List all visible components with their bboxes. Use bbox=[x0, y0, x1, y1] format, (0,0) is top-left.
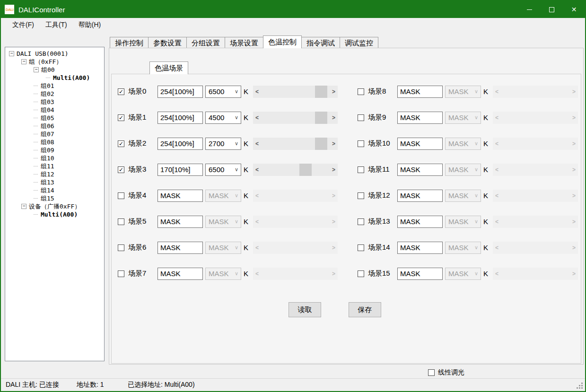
tree-item-4[interactable]: 组01 bbox=[5, 82, 104, 90]
slider-thumb[interactable] bbox=[315, 86, 327, 98]
linear-dimming-checkbox[interactable] bbox=[428, 369, 435, 376]
scene-11-value-input[interactable] bbox=[397, 164, 443, 176]
tree-item-0[interactable]: −DALI USB(0001) bbox=[5, 50, 104, 58]
scene-2-checkbox[interactable]: ✓ bbox=[118, 140, 124, 147]
tree-item-18[interactable]: 组15 bbox=[5, 194, 104, 202]
scene-10-checkbox[interactable] bbox=[358, 140, 364, 147]
slider-thumb[interactable] bbox=[315, 112, 327, 124]
tree-item-10[interactable]: 组07 bbox=[5, 130, 104, 138]
scene-8-label[interactable]: 场景8 bbox=[368, 87, 397, 96]
scene-0-label[interactable]: 场景0 bbox=[128, 87, 157, 96]
scene-1-checkbox[interactable]: ✓ bbox=[118, 114, 124, 121]
main-tab-3[interactable]: 场景设置 bbox=[225, 37, 263, 48]
tree-collapse-icon[interactable]: − bbox=[21, 204, 26, 209]
scene-5-label[interactable]: 场景5 bbox=[128, 217, 157, 226]
scene-0-value-input[interactable] bbox=[157, 86, 203, 98]
read-button[interactable]: 读取 bbox=[289, 302, 321, 317]
scroll-right-arrow-icon[interactable]: > bbox=[330, 112, 338, 124]
tree-item-17[interactable]: 组14 bbox=[5, 186, 104, 194]
tree-collapse-icon[interactable]: − bbox=[21, 59, 26, 64]
scene-2-value-input[interactable] bbox=[157, 138, 203, 150]
tree-item-19[interactable]: −设备（广播0xFF） bbox=[5, 202, 104, 210]
scene-2-slider[interactable]: <> bbox=[253, 138, 338, 150]
scene-11-label[interactable]: 场景11 bbox=[368, 165, 397, 174]
scene-3-checkbox[interactable]: ✓ bbox=[118, 166, 124, 173]
scene-1-temp-select[interactable]: 4500∨ bbox=[205, 112, 241, 124]
tree-item-9[interactable]: 组06 bbox=[5, 122, 104, 130]
scene-8-checkbox[interactable] bbox=[358, 88, 364, 95]
menu-item-1[interactable]: 工具(T) bbox=[40, 21, 73, 29]
tree-collapse-icon[interactable]: − bbox=[34, 67, 39, 72]
scene-12-checkbox[interactable] bbox=[358, 192, 364, 199]
scene-4-label[interactable]: 场景4 bbox=[128, 191, 157, 200]
tree-item-3[interactable]: Multi(A00) bbox=[5, 74, 104, 82]
scene-0-slider[interactable]: <> bbox=[253, 86, 338, 98]
scroll-right-arrow-icon[interactable]: > bbox=[330, 86, 338, 98]
main-tab-5[interactable]: 指令调试 bbox=[302, 37, 340, 48]
sub-tab-1[interactable]: 色温场景 bbox=[149, 61, 188, 74]
scene-12-label[interactable]: 场景12 bbox=[368, 191, 397, 200]
tree-collapse-icon[interactable]: − bbox=[9, 51, 14, 56]
scene-4-value-input[interactable] bbox=[157, 190, 203, 202]
scene-8-value-input[interactable] bbox=[397, 86, 443, 98]
scene-0-checkbox[interactable]: ✓ bbox=[118, 88, 124, 95]
scene-10-value-input[interactable] bbox=[397, 138, 443, 150]
scene-14-value-input[interactable] bbox=[397, 242, 443, 254]
resize-grip-icon[interactable] bbox=[577, 383, 583, 389]
scroll-left-arrow-icon[interactable]: < bbox=[253, 164, 261, 176]
slider-track[interactable] bbox=[261, 138, 330, 150]
scene-15-value-input[interactable] bbox=[397, 268, 443, 280]
scene-2-label[interactable]: 场景2 bbox=[128, 139, 157, 148]
scene-1-slider[interactable]: <> bbox=[253, 112, 338, 124]
minimize-button[interactable] bbox=[518, 1, 541, 18]
slider-track[interactable] bbox=[261, 112, 330, 124]
tree-item-12[interactable]: 组09 bbox=[5, 146, 104, 154]
linear-dimming-label[interactable]: 线性调光 bbox=[438, 368, 464, 377]
scene-4-checkbox[interactable] bbox=[118, 192, 124, 199]
scene-0-temp-select[interactable]: 6500∨ bbox=[205, 86, 241, 98]
scroll-right-arrow-icon[interactable]: > bbox=[330, 138, 338, 150]
scroll-left-arrow-icon[interactable]: < bbox=[253, 138, 261, 150]
scene-13-value-input[interactable] bbox=[397, 216, 443, 228]
scene-6-checkbox[interactable] bbox=[118, 244, 124, 251]
menu-item-2[interactable]: 帮助(H) bbox=[73, 21, 106, 29]
tree-item-15[interactable]: 组12 bbox=[5, 170, 104, 178]
scene-10-label[interactable]: 场景10 bbox=[368, 139, 397, 148]
close-button[interactable]: ✕ bbox=[563, 1, 585, 18]
scene-11-checkbox[interactable] bbox=[358, 166, 364, 173]
scene-7-checkbox[interactable] bbox=[118, 270, 124, 277]
tree-item-13[interactable]: 组10 bbox=[5, 154, 104, 162]
scroll-left-arrow-icon[interactable]: < bbox=[253, 86, 261, 98]
scene-1-value-input[interactable] bbox=[157, 112, 203, 124]
tree-item-20[interactable]: Multi(A00) bbox=[5, 210, 104, 218]
tree-item-16[interactable]: 组13 bbox=[5, 178, 104, 186]
scene-3-temp-select[interactable]: 6500∨ bbox=[205, 164, 241, 176]
scene-3-value-input[interactable] bbox=[157, 164, 203, 176]
main-tab-2[interactable]: 分组设置 bbox=[187, 37, 225, 48]
scene-2-temp-select[interactable]: 2700∨ bbox=[205, 138, 241, 150]
slider-track[interactable] bbox=[261, 164, 330, 176]
tree-item-11[interactable]: 组08 bbox=[5, 138, 104, 146]
slider-track[interactable] bbox=[261, 86, 330, 98]
scene-6-value-input[interactable] bbox=[157, 242, 203, 254]
scene-6-label[interactable]: 场景6 bbox=[128, 243, 157, 252]
scroll-left-arrow-icon[interactable]: < bbox=[253, 112, 261, 124]
main-tab-4[interactable]: 色温控制 bbox=[263, 35, 302, 48]
scene-7-value-input[interactable] bbox=[157, 268, 203, 280]
main-tab-0[interactable]: 操作控制 bbox=[110, 37, 149, 48]
scene-9-checkbox[interactable] bbox=[358, 114, 364, 121]
menu-item-0[interactable]: 文件(F) bbox=[7, 21, 40, 29]
main-tab-6[interactable]: 调试监控 bbox=[340, 37, 378, 48]
tree-item-6[interactable]: 组03 bbox=[5, 98, 104, 106]
scene-3-label[interactable]: 场景3 bbox=[128, 165, 157, 174]
scroll-right-arrow-icon[interactable]: > bbox=[330, 164, 338, 176]
tree-item-14[interactable]: 组11 bbox=[5, 162, 104, 170]
scene-15-checkbox[interactable] bbox=[358, 270, 364, 277]
tree-item-7[interactable]: 组04 bbox=[5, 106, 104, 114]
scene-14-label[interactable]: 场景14 bbox=[368, 243, 397, 252]
scene-5-checkbox[interactable] bbox=[118, 218, 124, 225]
scene-9-label[interactable]: 场景9 bbox=[368, 113, 397, 122]
save-button[interactable]: 保存 bbox=[349, 302, 381, 317]
slider-thumb[interactable] bbox=[315, 138, 327, 150]
scene-7-label[interactable]: 场景7 bbox=[128, 269, 157, 278]
